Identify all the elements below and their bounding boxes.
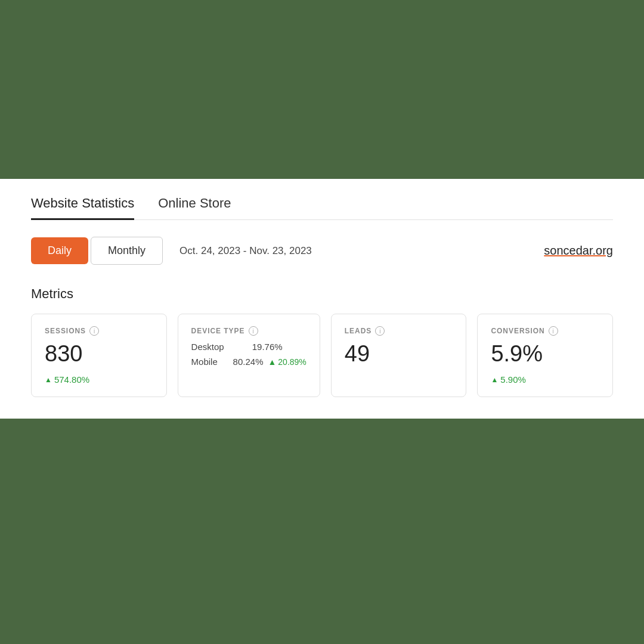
device-row-mobile: Mobile 80.24% ▲ 20.89% <box>191 357 306 367</box>
device-pct-mobile: 80.24% <box>233 357 264 367</box>
date-range-label: Oct. 24, 2023 - Nov. 23, 2023 <box>179 245 544 257</box>
metric-title-device-type: DEVICE TYPE <box>191 327 245 335</box>
daily-button[interactable]: Daily <box>31 237 88 264</box>
info-icon-sessions[interactable]: i <box>89 326 99 336</box>
metric-header-sessions: SESSIONS i <box>45 326 153 336</box>
device-pct-desktop: 19.76% <box>252 342 283 352</box>
info-icon-conversion[interactable]: i <box>549 326 558 336</box>
controls-row: Daily Monthly Oct. 24, 2023 - Nov. 23, 2… <box>31 220 613 277</box>
site-link[interactable]: soncedar.org <box>544 244 613 258</box>
top-background <box>0 0 644 179</box>
metric-title-leads: LEADS <box>345 327 371 335</box>
device-change-mobile: ▲ 20.89% <box>268 357 306 367</box>
metric-change-conversion: ▲ 5.90% <box>491 374 599 385</box>
metric-header-conversion: CONVERSION i <box>491 326 599 336</box>
arrow-up-sessions: ▲ <box>45 376 52 384</box>
tabs-row: Website Statistics Online Store <box>31 179 613 220</box>
info-icon-leads[interactable]: i <box>375 326 385 336</box>
metric-value-sessions: 830 <box>45 342 153 367</box>
info-icon-device-type[interactable]: i <box>249 326 258 336</box>
metric-header-leads: LEADS i <box>345 326 453 336</box>
metric-change-sessions: ▲ 574.80% <box>45 374 153 385</box>
arrow-up-conversion: ▲ <box>491 376 498 384</box>
monthly-button[interactable]: Monthly <box>91 237 163 265</box>
main-content-panel: Website Statistics Online Store Daily Mo… <box>0 179 644 419</box>
bottom-background <box>0 419 644 596</box>
metric-card-device-type: DEVICE TYPE i Desktop 19.76% Mobile 80.2… <box>178 314 320 397</box>
metric-card-conversion: CONVERSION i 5.9% ▲ 5.90% <box>477 314 613 397</box>
metrics-grid: SESSIONS i 830 ▲ 574.80% DEVICE TYPE i D… <box>31 314 613 419</box>
arrow-up-mobile: ▲ <box>268 357 276 367</box>
tab-online-store[interactable]: Online Store <box>158 196 231 219</box>
device-row-desktop: Desktop 19.76% <box>191 342 306 352</box>
metric-title-sessions: SESSIONS <box>45 327 86 335</box>
device-rows: Desktop 19.76% Mobile 80.24% ▲ 20.89% <box>191 342 306 367</box>
device-name-desktop: Desktop <box>191 342 233 352</box>
metric-card-leads: LEADS i 49 <box>331 314 467 397</box>
metric-value-conversion: 5.9% <box>491 342 599 367</box>
device-name-mobile: Mobile <box>191 357 233 367</box>
metric-header-device-type: DEVICE TYPE i <box>191 326 306 336</box>
metric-title-conversion: CONVERSION <box>491 327 544 335</box>
metric-card-sessions: SESSIONS i 830 ▲ 574.80% <box>31 314 167 397</box>
tab-website-statistics[interactable]: Website Statistics <box>31 196 134 219</box>
metric-value-leads: 49 <box>345 342 453 367</box>
metrics-heading: Metrics <box>31 277 613 314</box>
